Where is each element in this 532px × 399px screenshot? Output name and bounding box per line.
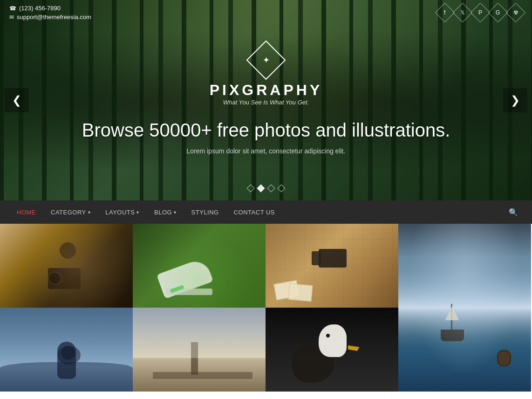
- nav-layouts[interactable]: LAYOUTS ▾: [98, 200, 147, 224]
- site-tagline: What You See Is What You Get.: [223, 99, 309, 106]
- sneaker-shape: [157, 257, 213, 299]
- photo-eagle[interactable]: [266, 308, 398, 392]
- camera-lens: [48, 271, 62, 285]
- dot-4[interactable]: [278, 185, 286, 193]
- nav-items: HOME CATEGORY ▾ LAYOUTS ▾ BLOG ▾ STYLING…: [9, 200, 282, 224]
- instagram-button[interactable]: ☢: [506, 3, 525, 22]
- email-address: support@themefreesia.com: [17, 14, 91, 21]
- photo-card-2: [288, 283, 313, 302]
- prev-button[interactable]: ❮: [5, 88, 29, 112]
- camera-person-visual: [39, 242, 95, 289]
- facebook-button[interactable]: f: [435, 3, 455, 22]
- sneaker-stripe: [170, 285, 184, 293]
- social-links: f 𝕏 P G ☢: [438, 6, 523, 20]
- photo-pier[interactable]: [133, 308, 266, 392]
- blog-chevron: ▾: [174, 210, 177, 215]
- email-icon: ✉: [9, 14, 14, 21]
- contact-info: ☎ (123) 456-7890 ✉ support@themefreesia.…: [9, 5, 91, 21]
- person-head: [60, 242, 76, 259]
- phone-number: (123) 456-7890: [19, 5, 61, 12]
- eagle-white-head: [319, 324, 347, 357]
- nav-contact[interactable]: CONTACT US: [226, 200, 282, 224]
- barrel-shape: [497, 350, 511, 366]
- nav-home[interactable]: HOME: [9, 200, 43, 224]
- search-button[interactable]: 🔍: [504, 208, 523, 217]
- hero-heading: Browse 50000+ free photos and illustrati…: [82, 120, 450, 141]
- camera-on-map: [319, 249, 347, 268]
- nav-styling[interactable]: STYLING: [184, 200, 226, 224]
- site-title: PIXGRAPHY: [210, 82, 322, 99]
- hero-content: ✦ PIXGRAPHY What You See Is What You Get…: [0, 0, 532, 200]
- layouts-chevron: ▾: [136, 210, 139, 215]
- pinterest-button[interactable]: P: [471, 3, 490, 22]
- photo-sneakers[interactable]: [133, 224, 266, 308]
- camera-body: [48, 268, 81, 289]
- top-bar: ☎ (123) 456-7890 ✉ support@themefreesia.…: [0, 0, 532, 25]
- dot-2[interactable]: [257, 185, 265, 193]
- twitter-button[interactable]: 𝕏: [453, 3, 472, 22]
- dot-3[interactable]: [267, 185, 275, 193]
- phone-icon: ☎: [9, 5, 16, 12]
- googleplus-button[interactable]: G: [488, 3, 508, 22]
- ship-waves: [398, 308, 531, 392]
- photo-photographer[interactable]: [0, 224, 133, 308]
- phone-item: ☎ (123) 456-7890: [9, 5, 91, 12]
- sneaker-sole: [166, 289, 212, 295]
- ship-sail: [445, 306, 459, 320]
- nav-blog[interactable]: BLOG ▾: [147, 200, 184, 224]
- hero-description: Lorem ipsum dolor sit amet, consectetur …: [187, 147, 346, 155]
- photo-camera-map[interactable]: [266, 224, 398, 308]
- site-logo: ✦: [252, 46, 280, 74]
- navbar: HOME CATEGORY ▾ LAYOUTS ▾ BLOG ▾ STYLING…: [0, 200, 532, 224]
- photo-ship[interactable]: [398, 224, 531, 392]
- eagle-beak: [348, 345, 360, 351]
- ship-shape: [438, 304, 466, 341]
- slide-dots: [248, 186, 284, 191]
- pier-horizontal: [153, 372, 252, 379]
- photo-girl-sea[interactable]: [0, 308, 133, 392]
- girl-body: [57, 342, 76, 379]
- ship-mast: [451, 304, 452, 330]
- category-chevron: ▾: [88, 210, 91, 215]
- photo-grid: [0, 224, 532, 392]
- logo-icon: ✦: [263, 55, 270, 65]
- ship-hull: [441, 330, 464, 341]
- nav-category[interactable]: CATEGORY ▾: [43, 200, 98, 224]
- dot-1[interactable]: [247, 185, 255, 193]
- logo-diamond: ✦: [246, 40, 286, 80]
- sky-area: [133, 308, 266, 358]
- next-button[interactable]: ❯: [503, 88, 527, 112]
- email-item: ✉ support@themefreesia.com: [9, 14, 91, 21]
- storm-clouds: [398, 224, 531, 308]
